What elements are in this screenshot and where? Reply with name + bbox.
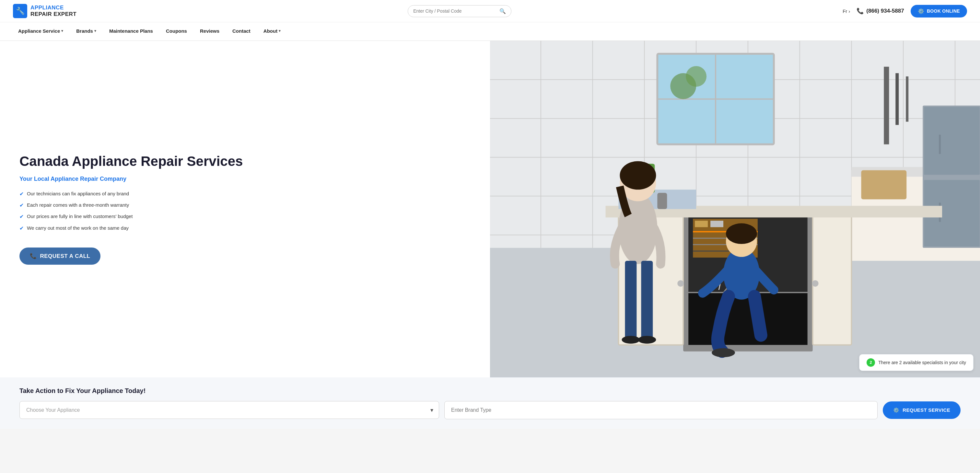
feature-item: ✔ We carry out most of the work on the s…: [19, 224, 471, 232]
logo[interactable]: 🔧 APPLIANCE REPAIR EXPERT: [13, 4, 76, 18]
checkmark-icon: ✔: [19, 213, 24, 220]
svg-point-42: [677, 280, 684, 287]
svg-rect-48: [657, 193, 667, 209]
svg-point-52: [620, 161, 656, 189]
city-search-bar: 🔍: [408, 5, 511, 17]
svg-rect-43: [813, 216, 852, 345]
hero-content: Canada Appliance Repair Services Your Lo…: [0, 41, 490, 378]
feature-item: ✔ Each repair comes with a three-month w…: [19, 202, 471, 209]
header-right: Fr › 📞 (866) 934-5887 ⚙️ BOOK ONLINE: [843, 5, 967, 17]
cta-section: Take Action to Fix Your Appliance Today!…: [0, 378, 980, 429]
cta-title: Take Action to Fix Your Appliance Today!: [19, 387, 961, 395]
wrench-icon: ⚙️: [893, 407, 899, 413]
hero-section: Canada Appliance Repair Services Your Lo…: [0, 41, 980, 378]
logo-icon: 🔧: [13, 4, 27, 18]
svg-point-59: [726, 223, 757, 244]
svg-rect-54: [641, 261, 653, 338]
wrench-icon: ⚙️: [918, 8, 924, 14]
chevron-down-icon: ▾: [94, 29, 96, 33]
search-icon: 🔍: [500, 8, 506, 14]
nav-reviews[interactable]: Reviews: [195, 22, 224, 41]
svg-rect-33: [695, 221, 708, 227]
brand-input[interactable]: [444, 401, 878, 419]
specialists-count-badge: 2: [867, 358, 875, 367]
appliance-select-wrapper: Choose Your Appliance Refrigerator Washe…: [19, 401, 439, 419]
hero-illustration: [490, 41, 980, 378]
feature-item: ✔ Our technicians can fix appliances of …: [19, 190, 471, 198]
hero-features-list: ✔ Our technicians can fix appliances of …: [19, 190, 471, 236]
nav-about[interactable]: About ▾: [258, 22, 286, 41]
svg-rect-34: [710, 221, 723, 227]
phone-link[interactable]: 📞 (866) 934-5887: [856, 8, 904, 14]
nav-appliance-service[interactable]: Appliance Service ▾: [13, 22, 68, 41]
hero-image: 2 There are 2 available specialists in y…: [490, 41, 980, 378]
hero-title: Canada Appliance Repair Services: [19, 153, 471, 170]
phone-icon: 📞: [856, 8, 864, 14]
svg-rect-61: [884, 67, 889, 144]
chevron-down-icon: ▾: [279, 29, 281, 33]
city-search-input[interactable]: [413, 8, 497, 14]
svg-point-24: [686, 66, 706, 87]
nav-brands[interactable]: Brands ▾: [71, 22, 102, 41]
nav-contact[interactable]: Contact: [227, 22, 256, 41]
svg-point-60: [712, 348, 735, 357]
feature-item: ✔ Our prices are fully in line with cust…: [19, 213, 471, 220]
svg-point-56: [638, 336, 656, 344]
phone-icon: 📞: [30, 253, 37, 259]
logo-text: APPLIANCE REPAIR EXPERT: [30, 5, 76, 18]
svg-rect-63: [906, 76, 908, 122]
svg-rect-26: [924, 107, 980, 175]
chevron-down-icon: ▾: [61, 29, 63, 33]
svg-rect-62: [896, 73, 899, 125]
appliance-select[interactable]: Choose Your Appliance Refrigerator Washe…: [19, 401, 439, 419]
chevron-right-icon: ›: [848, 8, 850, 14]
cta-form: Choose Your Appliance Refrigerator Washe…: [19, 401, 961, 419]
svg-rect-28: [939, 135, 941, 154]
specialists-card: 2 There are 2 available specialists in y…: [859, 354, 974, 371]
svg-rect-53: [625, 261, 636, 338]
checkmark-icon: ✔: [19, 202, 24, 209]
checkmark-icon: ✔: [19, 190, 24, 198]
book-online-button[interactable]: ⚙️ BOOK ONLINE: [911, 5, 967, 17]
svg-rect-64: [861, 170, 907, 199]
svg-point-45: [812, 280, 819, 287]
hero-subtitle: Your Local Appliance Repair Company: [19, 176, 471, 183]
svg-point-55: [622, 336, 640, 344]
svg-rect-39: [688, 293, 807, 345]
nav-coupons[interactable]: Coupons: [161, 22, 192, 41]
nav-maintenance-plans[interactable]: Maintenance Plans: [104, 22, 158, 41]
request-service-button[interactable]: ⚙️ REQUEST SERVICE: [883, 402, 961, 419]
checkmark-icon: ✔: [19, 225, 24, 232]
request-call-button[interactable]: 📞 REQUEST A CALL: [19, 248, 100, 265]
main-nav: Appliance Service ▾ Brands ▾ Maintenance…: [0, 22, 980, 41]
language-switcher[interactable]: Fr ›: [843, 8, 850, 14]
